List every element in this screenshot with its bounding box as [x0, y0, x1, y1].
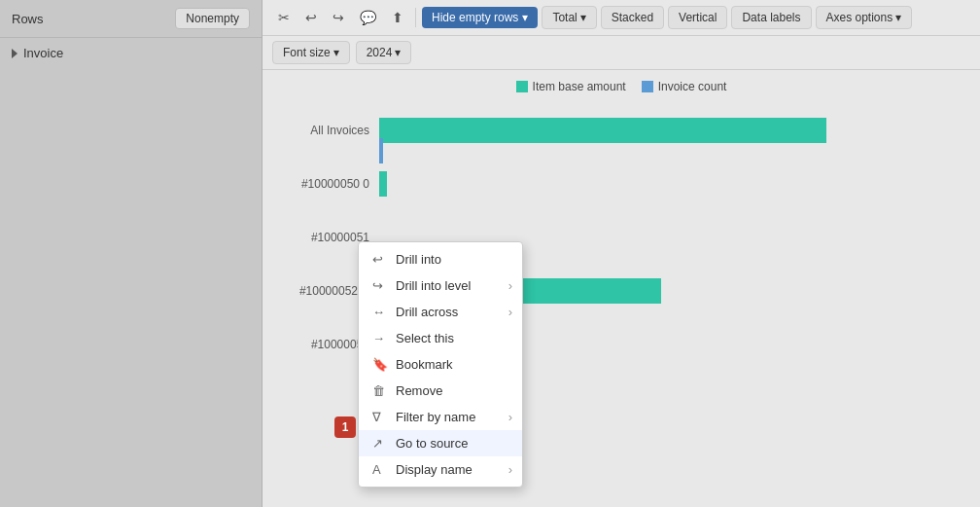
font-size-button[interactable]: Font size ▾ — [272, 41, 350, 64]
select-this-icon: → — [372, 331, 388, 345]
menu-item-label-go-to-source: Go to source — [396, 436, 468, 451]
menu-item-remove[interactable]: 🗑 Remove — [359, 378, 522, 404]
total-chevron-icon: ▾ — [580, 11, 586, 24]
menu-item-label-drill-into-level: Drill into level — [396, 278, 471, 293]
filter-by-name-icon: ∇ — [372, 410, 388, 424]
chart-row-10000050: #10000050 0 — [262, 157, 980, 210]
nonempty-button[interactable]: Nonempty — [175, 8, 250, 29]
menu-item-label-remove: Remove — [396, 383, 442, 398]
chevron-right-icon — [12, 49, 18, 58]
axes-options-button[interactable]: Axes options ▾ — [816, 6, 913, 29]
legend-color-blue — [642, 81, 653, 92]
undo-button[interactable]: ↩ — [299, 7, 323, 28]
drill-into-icon: ↩ — [372, 252, 388, 267]
main-toolbar: ✂ ↩ ↪ 💬 ⬆ Hide empty rows ▾ Total ▾ Stac… — [262, 0, 980, 36]
left-panel: Rows Nonempty Invoice — [0, 0, 262, 507]
vertical-button[interactable]: Vertical — [668, 6, 727, 29]
toolbar-separator — [415, 8, 416, 27]
filter-by-name-arrow-icon: › — [508, 410, 512, 424]
drill-across-icon: ↔ — [372, 305, 388, 319]
comment-button[interactable]: 💬 — [354, 7, 382, 28]
menu-item-display-name[interactable]: A Display name › — [359, 456, 522, 483]
menu-item-bookmark[interactable]: 🔖 Bookmark — [359, 351, 522, 378]
stacked-button[interactable]: Stacked — [601, 6, 664, 29]
left-panel-header: Rows Nonempty — [0, 0, 262, 38]
total-button[interactable]: Total ▾ — [542, 6, 596, 29]
display-name-arrow-icon: › — [508, 462, 512, 477]
drill-into-level-arrow-icon: › — [508, 278, 512, 293]
menu-item-drill-into-level[interactable]: ↪ Drill into level › — [359, 272, 522, 299]
legend-color-teal — [516, 81, 528, 92]
legend-item-teal: Item base amount — [516, 80, 626, 93]
upload-button[interactable]: ⬆ — [386, 7, 409, 28]
invoice-label: Invoice — [23, 46, 63, 60]
menu-item-drill-across[interactable]: ↔ Drill across › — [359, 299, 522, 325]
step-badge: 1 — [334, 416, 356, 438]
redo-button[interactable]: ↪ — [327, 7, 350, 28]
row-label-10000050: #10000050 0 — [262, 177, 379, 191]
menu-item-go-to-source[interactable]: ↗ Go to source — [359, 430, 522, 456]
hide-empty-rows-button[interactable]: Hide empty rows ▾ — [422, 7, 538, 28]
chart-legend: Item base amount Invoice count — [262, 80, 980, 93]
bar-container-all-invoices — [379, 111, 970, 150]
menu-item-label-drill-into: Drill into — [396, 252, 441, 267]
row-label-all-invoices: All Invoices — [262, 124, 379, 137]
axes-options-chevron-icon: ▾ — [895, 11, 901, 24]
chevron-down-icon: ▾ — [522, 11, 528, 24]
secondary-toolbar: Font size ▾ 2024 ▾ — [262, 36, 980, 70]
bar-teal-all-invoices — [379, 118, 826, 143]
menu-item-filter-by-name[interactable]: ∇ Filter by name › — [359, 404, 522, 430]
year-chevron-icon: ▾ — [395, 46, 401, 59]
invoice-row[interactable]: Invoice — [0, 38, 262, 68]
scissors-button[interactable]: ✂ — [272, 7, 296, 28]
menu-item-label-bookmark: Bookmark — [396, 357, 453, 372]
drill-across-arrow-icon: › — [508, 305, 512, 319]
bar-teal-10000050 — [379, 171, 387, 197]
remove-icon: 🗑 — [372, 383, 388, 398]
menu-item-label-drill-across: Drill across — [396, 305, 458, 319]
bar-container-10000050 — [379, 164, 970, 203]
legend-label-blue: Invoice count — [658, 80, 727, 93]
menu-item-label-display-name: Display name — [396, 462, 472, 477]
drill-into-level-icon: ↪ — [372, 278, 388, 293]
context-menu: ↩ Drill into ↪ Drill into level › ↔ Dril… — [358, 241, 523, 488]
bar-blue-all-invoices — [379, 138, 383, 163]
legend-label-teal: Item base amount — [533, 80, 626, 93]
menu-item-drill-into[interactable]: ↩ Drill into — [359, 246, 522, 272]
data-labels-button[interactable]: Data labels — [731, 6, 811, 29]
menu-item-label-filter-by-name: Filter by name — [396, 410, 475, 424]
go-to-source-icon: ↗ — [372, 436, 388, 451]
menu-item-label-select-this: Select this — [396, 331, 454, 345]
menu-item-select-this[interactable]: → Select this — [359, 325, 522, 351]
font-size-chevron-icon: ▾ — [333, 46, 339, 59]
chart-row-all-invoices: All Invoices — [262, 103, 980, 157]
year-button[interactable]: 2024 ▾ — [356, 41, 412, 64]
bookmark-icon: 🔖 — [372, 357, 388, 372]
display-name-icon: A — [372, 462, 388, 477]
legend-item-blue: Invoice count — [642, 80, 727, 93]
rows-title: Rows — [12, 12, 44, 26]
